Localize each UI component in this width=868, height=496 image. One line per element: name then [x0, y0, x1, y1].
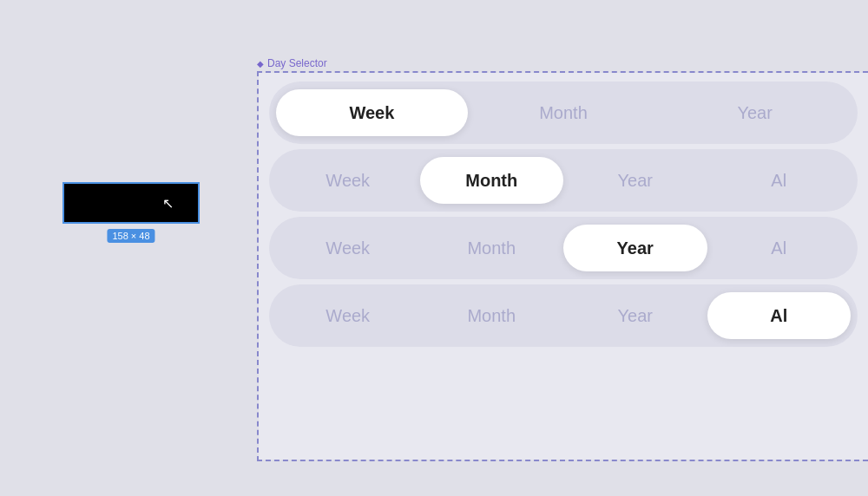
selector-row-1: Week Month Year [269, 82, 858, 144]
selector-row-3: Week Month Year Al [269, 217, 858, 279]
option-year-row1[interactable]: Year [659, 89, 851, 136]
option-week-row1[interactable]: Week [276, 89, 468, 136]
cursor-icon: ↖ [162, 195, 174, 212]
diamond-icon: ◆ [257, 59, 264, 69]
option-year-row2[interactable]: Year [563, 157, 707, 204]
day-selector-label: ◆ Day Selector [257, 57, 327, 69]
selector-row-4: Week Month Year Al [269, 284, 858, 347]
option-month-row2[interactable]: Month [420, 157, 564, 204]
option-all-row3[interactable]: Al [707, 225, 852, 271]
option-week-row3[interactable]: Week [276, 225, 420, 271]
option-year-row3[interactable]: Year [563, 225, 707, 271]
day-selector-container: ◆ Day Selector Week Month Year Week Mont… [257, 71, 868, 461]
option-all-row2[interactable]: Al [707, 157, 852, 204]
selector-row-2: Week Month Year Al [269, 149, 858, 212]
black-box: ↖ [62, 182, 200, 224]
size-badge: 158 × 48 [107, 229, 155, 243]
option-all-row4[interactable]: Al [707, 292, 852, 339]
option-week-row2[interactable]: Week [276, 157, 420, 204]
option-month-row4[interactable]: Month [420, 292, 564, 339]
day-selector-title: Day Selector [267, 57, 327, 69]
day-selector-inner: Week Month Year Week Month Year Al Week … [259, 73, 868, 460]
option-month-row1[interactable]: Month [468, 89, 660, 136]
option-week-row4[interactable]: Week [276, 292, 420, 339]
option-year-row4[interactable]: Year [563, 292, 707, 339]
option-month-row3[interactable]: Month [420, 225, 564, 271]
black-box-element: ↖ 158 × 48 [62, 182, 200, 224]
